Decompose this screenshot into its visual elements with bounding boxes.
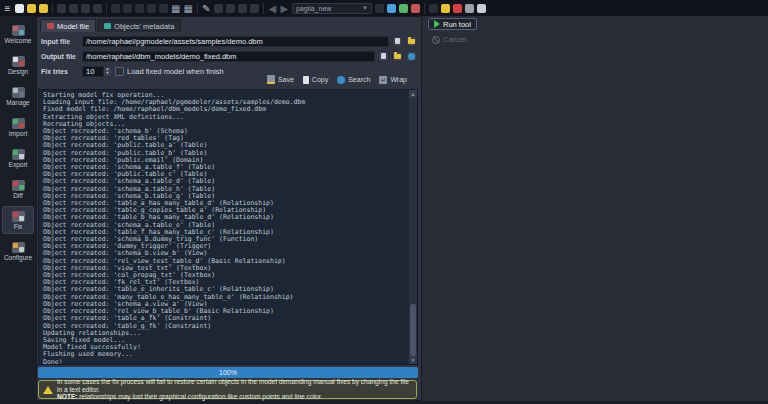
magnifier-icon[interactable]	[147, 4, 156, 13]
folder-icon	[394, 54, 401, 59]
sidebar-item-label: Diff	[13, 192, 23, 199]
warning-note-text: relationships may lost their graphical c…	[78, 393, 323, 400]
sidebar-item-design[interactable]: Design	[2, 51, 34, 79]
spinner-arrows[interactable]: ▲▼	[104, 66, 112, 77]
layers-icon[interactable]	[250, 4, 259, 13]
copy-icon	[303, 76, 309, 84]
log-line: Done!	[43, 359, 409, 364]
plugins-icon[interactable]	[411, 4, 420, 13]
output-file-field[interactable]	[82, 51, 375, 62]
fix-tries-field[interactable]	[82, 66, 104, 77]
sidebar-item-welcome[interactable]: Welcome	[2, 20, 34, 48]
search-icon	[337, 76, 345, 84]
scroll-up-icon[interactable]: ▲	[409, 90, 417, 98]
run-tool-button[interactable]: Run tool	[428, 18, 477, 30]
manage-icon	[12, 87, 25, 98]
save-model-icon[interactable]	[27, 4, 36, 13]
trash-icon	[395, 38, 400, 44]
model-file-icon[interactable]	[375, 4, 384, 13]
select-all-icon[interactable]	[214, 4, 223, 13]
sidebar-item-diff[interactable]: Diff	[2, 175, 34, 203]
zoom-out-icon[interactable]	[111, 4, 120, 13]
scroll-down-icon[interactable]: ▼	[409, 356, 417, 364]
log-scrollbar[interactable]: ▲ ▼	[409, 90, 417, 364]
progress-value: 100%	[219, 369, 237, 376]
copy-output-button[interactable]: Copy	[303, 76, 328, 84]
warning-line-2: NOTE: relationships may lost their graph…	[57, 393, 412, 401]
metadata-tab-icon	[104, 23, 111, 29]
compact-view-icon[interactable]	[238, 4, 247, 13]
wrap-output-button[interactable]: ↵ Wrap	[379, 76, 407, 84]
search-output-button[interactable]: Search	[337, 76, 370, 84]
export-image-icon[interactable]	[69, 4, 78, 13]
sidebar-item-manage[interactable]: Manage	[2, 82, 34, 110]
toolbar-separator	[424, 3, 425, 14]
edit-icon[interactable]: ✎	[202, 4, 211, 13]
clear-output-file-button[interactable]	[378, 51, 389, 62]
tab-bar: Model fileObjects' metadata	[40, 19, 181, 32]
save-output-button[interactable]: Save	[267, 75, 294, 84]
output-file-label: Output file	[41, 53, 79, 60]
input-file-field[interactable]	[82, 36, 389, 47]
save-label: Save	[278, 76, 294, 83]
toolbar-right	[375, 3, 486, 14]
search-label: Search	[348, 76, 370, 83]
warning-note-label: NOTE:	[57, 393, 78, 400]
select-input-file-button[interactable]	[406, 36, 417, 47]
cancel-button[interactable]: Cancel	[428, 34, 470, 45]
support-lifebuoy-icon[interactable]	[453, 4, 462, 13]
export-icon	[12, 149, 25, 160]
sidebar-item-label: Manage	[6, 99, 30, 106]
open-model-icon[interactable]	[39, 4, 48, 13]
clear-input-file-button[interactable]	[392, 36, 403, 47]
plugin-socket-icon[interactable]	[429, 4, 438, 13]
swap-objects-icon[interactable]	[399, 4, 408, 13]
search-history-icon[interactable]	[465, 4, 474, 13]
select-output-file-button[interactable]	[392, 51, 403, 62]
scrollbar-track[interactable]	[409, 98, 417, 356]
main-menu-icon[interactable]: ≡	[3, 4, 12, 13]
run-tool-label: Run tool	[443, 20, 471, 29]
next-model-icon[interactable]: ▶	[280, 4, 289, 13]
spinner-down-icon[interactable]: ▼	[106, 71, 110, 75]
model-selector-dropdown[interactable]: pagila_new ▼	[292, 3, 372, 14]
warning-line-1: In some cases the fix process will fail …	[57, 378, 412, 393]
model-fix-panel: Model fileObjects' metadata Input file O…	[36, 16, 422, 401]
play-icon	[434, 20, 440, 28]
tab-model-file[interactable]: Model file	[40, 19, 96, 32]
scrollbar-thumb[interactable]	[410, 304, 416, 356]
export-file-icon[interactable]	[93, 4, 102, 13]
sidebar-item-fix[interactable]: Fix	[2, 206, 34, 234]
load-fixed-model-checkbox[interactable]	[115, 67, 124, 76]
tab-objects-metadata[interactable]: Objects' metadata	[97, 19, 181, 32]
sidebar-item-import[interactable]: Import	[2, 113, 34, 141]
top-toolbar: ≡▦▦✎◀▶ pagila_new ▼	[0, 0, 768, 16]
progress-bar: 100%	[38, 367, 418, 378]
sidebar-item-export[interactable]: Export	[2, 144, 34, 172]
donate-icon[interactable]	[441, 4, 450, 13]
prev-model-icon[interactable]: ◀	[268, 4, 277, 13]
tab-label: Objects' metadata	[114, 22, 174, 31]
zoom-in-icon[interactable]	[135, 4, 144, 13]
open-output-location-button[interactable]	[406, 51, 417, 62]
toolbar-separator	[52, 3, 53, 14]
about-icon[interactable]	[477, 4, 486, 13]
fit-objects-icon[interactable]	[226, 4, 235, 13]
configure-icon	[12, 242, 25, 253]
print-icon[interactable]	[57, 4, 66, 13]
show-grid-icon[interactable]: ▦	[171, 4, 180, 13]
log-toolbar: Save Copy Search ↵ Wrap	[267, 75, 407, 84]
zoom-normal-icon[interactable]	[123, 4, 132, 13]
log-output[interactable]: Starting model fix operation...Loading i…	[39, 90, 409, 364]
new-model-icon[interactable]	[15, 4, 24, 13]
objects-tree-icon[interactable]	[159, 4, 168, 13]
align-grid-icon[interactable]: ▦	[183, 4, 192, 13]
sidebar-item-configure[interactable]: Configure	[2, 237, 34, 265]
copy-label: Copy	[312, 76, 328, 83]
toolbar-separator	[106, 3, 107, 14]
find-object-icon[interactable]	[387, 4, 396, 13]
trash-icon	[381, 53, 386, 59]
export-svg-icon[interactable]	[81, 4, 90, 13]
cancel-icon	[432, 36, 440, 44]
input-file-label: Input file	[41, 38, 79, 45]
